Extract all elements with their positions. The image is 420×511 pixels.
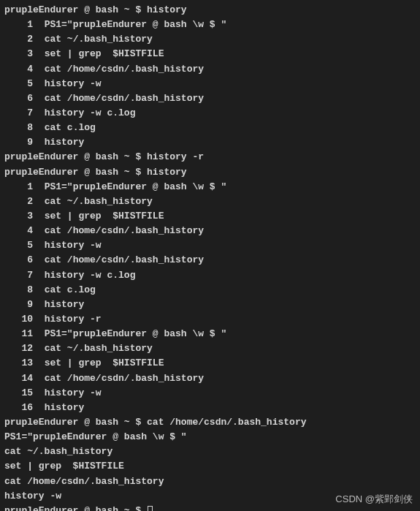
- history-command: set | grep $HISTFILE: [45, 357, 164, 368]
- prompt: prupleEndurer @ bash ~ $: [4, 505, 147, 511]
- history-number: 14: [4, 373, 33, 384]
- output-line: PS1="prupleEndurer @ bash \w $ ": [4, 430, 416, 444]
- history-entry: 11 PS1="prupleEndurer @ bash \w $ ": [4, 327, 416, 341]
- prompt-line[interactable]: prupleEndurer @ bash ~ $ history: [4, 3, 416, 18]
- history-number: 1: [4, 19, 33, 30]
- history-number: 7: [4, 107, 33, 118]
- history-entry: 1 PS1="prupleEndurer @ bash \w $ ": [4, 180, 416, 194]
- history-number: 5: [4, 240, 33, 251]
- prompt: prupleEndurer @ bash ~ $: [4, 167, 147, 178]
- output-line: set | grep $HISTFILE: [4, 459, 416, 474]
- history-number: 4: [4, 225, 33, 236]
- history-number: 15: [4, 387, 33, 398]
- history-command: cat /home/csdn/.bash_history: [45, 64, 204, 75]
- history-number: 12: [4, 343, 33, 354]
- history-entry: 12 cat ~/.bash_history: [4, 341, 416, 356]
- history-number: 7: [4, 270, 33, 281]
- history-command: history -w: [45, 78, 102, 89]
- history-entry: 2 cat ~/.bash_history: [4, 194, 416, 209]
- prompt: prupleEndurer @ bash ~ $: [4, 151, 147, 162]
- history-command: history -w: [45, 240, 102, 251]
- history-entry: 2 cat ~/.bash_history: [4, 32, 416, 47]
- history-command: history: [45, 137, 85, 148]
- history-number: 8: [4, 284, 33, 295]
- history-entry: 6 cat /home/csdn/.bash_history: [4, 253, 416, 268]
- prompt-line[interactable]: prupleEndurer @ bash ~ $ history: [4, 165, 416, 180]
- cursor: [148, 506, 153, 511]
- history-entry: 6 cat /home/csdn/.bash_history: [4, 91, 416, 106]
- history-number: 4: [4, 64, 33, 75]
- history-command: cat /home/csdn/.bash_history: [45, 93, 204, 104]
- history-entry: 8 cat c.log: [4, 283, 416, 298]
- history-command: cat /home/csdn/.bash_history: [45, 373, 204, 384]
- history-number: 13: [4, 357, 33, 368]
- history-command: set | grep $HISTFILE: [45, 211, 164, 222]
- history-command: PS1="prupleEndurer @ bash \w $ ": [45, 181, 227, 192]
- history-number: 8: [4, 122, 33, 133]
- history-command: PS1="prupleEndurer @ bash \w $ ": [45, 328, 227, 339]
- history-command: cat c.log: [45, 122, 96, 133]
- prompt-line[interactable]: prupleEndurer @ bash ~ $ cat /home/csdn/…: [4, 415, 416, 430]
- history-command: history: [45, 299, 85, 310]
- history-command: cat ~/.bash_history: [45, 196, 153, 207]
- history-command: cat /home/csdn/.bash_history: [45, 254, 204, 265]
- history-number: 2: [4, 196, 33, 207]
- history-number: 6: [4, 93, 33, 104]
- history-number: 6: [4, 254, 33, 265]
- terminal-output[interactable]: prupleEndurer @ bash ~ $ history 1 PS1="…: [4, 3, 416, 511]
- history-entry: 9 history: [4, 298, 416, 312]
- history-command: cat ~/.bash_history: [45, 34, 153, 45]
- command-text: history: [147, 167, 187, 178]
- history-command: history -w: [45, 387, 102, 398]
- history-entry: 13 set | grep $HISTFILE: [4, 356, 416, 371]
- history-entry: 7 history -w c.log: [4, 268, 416, 283]
- history-number: 5: [4, 78, 33, 89]
- prompt-line[interactable]: prupleEndurer @ bash ~ $ history -r: [4, 150, 416, 164]
- history-command: cat ~/.bash_history: [45, 343, 153, 354]
- history-number: 1: [4, 181, 33, 192]
- prompt: prupleEndurer @ bash ~ $: [4, 4, 147, 15]
- history-entry: 15 history -w: [4, 386, 416, 401]
- history-number: 10: [4, 314, 33, 325]
- history-number: 11: [4, 328, 33, 339]
- history-command: PS1="prupleEndurer @ bash \w $ ": [45, 19, 227, 30]
- history-entry: 9 history: [4, 135, 416, 150]
- history-entry: 5 history -w: [4, 77, 416, 91]
- history-number: 2: [4, 34, 33, 45]
- command-text: cat /home/csdn/.bash_history: [147, 417, 306, 428]
- command-text: history -r: [147, 151, 204, 162]
- history-number: 9: [4, 137, 33, 148]
- history-entry: 5 history -w: [4, 238, 416, 253]
- prompt: prupleEndurer @ bash ~ $: [4, 417, 147, 428]
- history-entry: 4 cat /home/csdn/.bash_history: [4, 62, 416, 77]
- command-text: history: [147, 4, 187, 15]
- history-command: history: [45, 402, 85, 413]
- history-command: set | grep $HISTFILE: [45, 48, 164, 59]
- history-entry: 4 cat /home/csdn/.bash_history: [4, 224, 416, 238]
- history-entry: 7 history -w c.log: [4, 106, 416, 121]
- history-number: 3: [4, 211, 33, 222]
- history-number: 16: [4, 402, 33, 413]
- history-command: cat c.log: [45, 284, 96, 295]
- history-entry: 1 PS1="prupleEndurer @ bash \w $ ": [4, 18, 416, 32]
- history-command: history -r: [45, 314, 102, 325]
- history-command: history -w c.log: [45, 270, 136, 281]
- history-command: cat /home/csdn/.bash_history: [45, 225, 204, 236]
- history-entry: 10 history -r: [4, 312, 416, 327]
- history-entry: 8 cat c.log: [4, 121, 416, 135]
- output-line: cat ~/.bash_history: [4, 444, 416, 459]
- history-entry: 16 history: [4, 401, 416, 415]
- watermark: CSDN @紫郢剑侠: [335, 492, 413, 507]
- output-line: cat /home/csdn/.bash_history: [4, 474, 416, 489]
- history-entry: 14 cat /home/csdn/.bash_history: [4, 371, 416, 386]
- history-command: history -w c.log: [45, 107, 136, 118]
- history-entry: 3 set | grep $HISTFILE: [4, 47, 416, 61]
- history-number: 3: [4, 48, 33, 59]
- history-entry: 3 set | grep $HISTFILE: [4, 209, 416, 224]
- history-number: 9: [4, 299, 33, 310]
